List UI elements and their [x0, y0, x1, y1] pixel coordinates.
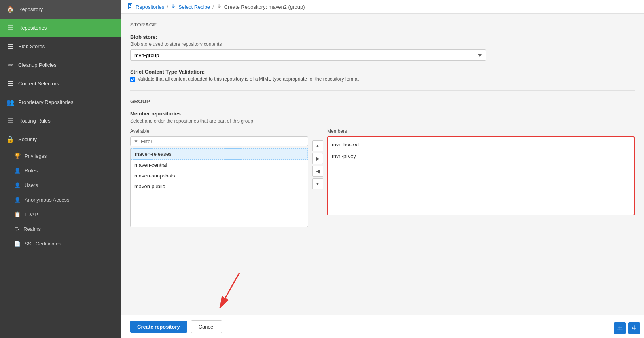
- anonymous-icon: 👤: [14, 197, 21, 203]
- main-content: Storage Blob store: Blob store used to s…: [121, 14, 644, 315]
- sidebar: 🏠 Repository ☰ Repositories ☰ Blob Store…: [0, 0, 121, 338]
- sidebar-item-label: Users: [25, 182, 38, 188]
- sidebar-item-blob-stores[interactable]: ☰ Blob Stores: [0, 37, 121, 56]
- ssl-icon: 📄: [14, 241, 21, 247]
- sidebar-item-repository[interactable]: 🏠 Repository: [0, 0, 121, 19]
- content-area: 🗄 Repositories / 🗄 Select Recipe / 🗄 Cre…: [121, 0, 644, 338]
- blob-store-field: Blob store: Blob store used to store rep…: [130, 34, 635, 61]
- corner-icons: 王 中: [614, 322, 640, 334]
- sidebar-item-ldap[interactable]: 📋 LDAP: [0, 207, 121, 222]
- available-item-maven-public[interactable]: maven-public: [131, 181, 308, 192]
- sidebar-item-label: Content Selectors: [18, 81, 59, 87]
- cancel-button[interactable]: Cancel: [191, 320, 222, 333]
- strict-content-checkbox[interactable]: [130, 77, 135, 82]
- available-item-maven-snapshots[interactable]: maven-snapshots: [131, 170, 308, 181]
- breadcrumb-repositories-link[interactable]: Repositories: [136, 4, 164, 10]
- sidebar-item-label: Repository: [18, 6, 43, 12]
- sidebar-item-label: Privileges: [25, 153, 47, 159]
- members-list: mvn-hosted mvn-proxy: [327, 136, 635, 215]
- sidebar-item-label: Realms: [23, 226, 41, 232]
- sidebar-item-label: Security: [18, 136, 37, 142]
- proprietary-icon: 👥: [6, 98, 14, 106]
- breadcrumb-db-icon: 🗄: [127, 3, 133, 10]
- sidebar-item-label: LDAP: [25, 211, 38, 217]
- available-item-maven-releases[interactable]: maven-releases: [131, 148, 308, 160]
- group-section-title: Group: [130, 98, 635, 104]
- repository-icon: 🏠: [6, 6, 14, 13]
- sidebar-item-realms[interactable]: 🛡 Realms: [0, 222, 121, 236]
- storage-section-title: Storage: [130, 22, 635, 28]
- sidebar-item-proprietary-repositories[interactable]: 👥 Proprietary Repositories: [0, 93, 121, 111]
- member-repos-label: Member repositories:: [130, 111, 635, 117]
- users-icon: 👤: [14, 182, 21, 188]
- members-header: Members: [327, 128, 635, 134]
- available-column: Available ▼ maven-releases maven-central…: [130, 128, 308, 227]
- filter-icon: ▼: [134, 139, 138, 144]
- sidebar-item-label: SSL Certificates: [25, 241, 61, 247]
- content-selectors-icon: ☰: [6, 80, 14, 87]
- sidebar-item-label: Repositories: [18, 25, 47, 31]
- sidebar-item-ssl-certificates[interactable]: 📄 SSL Certificates: [0, 236, 121, 251]
- member-item-mvn-hosted[interactable]: mvn-hosted: [328, 139, 634, 150]
- create-repository-button[interactable]: Create repository: [130, 321, 187, 333]
- realms-icon: 🛡: [14, 226, 19, 232]
- sidebar-item-label: Roles: [25, 168, 38, 174]
- available-header: Available: [130, 128, 308, 134]
- footer-bar: Create repository Cancel: [121, 315, 644, 338]
- sidebar-item-repositories[interactable]: ☰ Repositories: [0, 19, 121, 37]
- strict-content-label: Strict Content Type Validation:: [130, 69, 635, 75]
- breadcrumb-sep1: /: [167, 4, 168, 10]
- section-divider: [130, 90, 635, 91]
- sidebar-item-cleanup-policies[interactable]: ✏ Cleanup Policies: [0, 56, 121, 74]
- corner-icon-2[interactable]: 中: [628, 322, 640, 334]
- group-section: Group Member repositories: Select and or…: [130, 98, 635, 227]
- sidebar-item-label: Anonymous Access: [25, 197, 69, 203]
- strict-content-field: Strict Content Type Validation: Validate…: [130, 69, 635, 82]
- repositories-icon: ☰: [6, 24, 14, 32]
- breadcrumb: 🗄 Repositories / 🗄 Select Recipe / 🗄 Cre…: [121, 0, 644, 14]
- sidebar-item-content-selectors[interactable]: ☰ Content Selectors: [0, 74, 121, 93]
- breadcrumb-sep2: /: [212, 4, 214, 10]
- blob-store-select[interactable]: mvn-group default: [130, 49, 486, 61]
- move-down-button[interactable]: ▼: [312, 178, 323, 189]
- sidebar-item-label: Routing Rules: [18, 118, 51, 124]
- member-item-mvn-proxy[interactable]: mvn-proxy: [328, 150, 634, 162]
- breadcrumb-select-recipe-link[interactable]: Select Recipe: [178, 4, 210, 10]
- filter-input[interactable]: [141, 138, 305, 144]
- members-column: Members mvn-hosted mvn-proxy: [327, 128, 635, 215]
- available-item-maven-central[interactable]: maven-central: [131, 160, 308, 170]
- breadcrumb-db-icon2: 🗄: [170, 4, 176, 10]
- strict-content-row: Validate that all content uploaded to th…: [130, 76, 635, 82]
- member-repos-sublabel: Select and order the repositories that a…: [130, 118, 635, 124]
- security-icon: 🔒: [6, 136, 14, 143]
- sidebar-item-privileges[interactable]: 🏆 Privileges: [0, 149, 121, 163]
- sidebar-item-label: Blob Stores: [18, 43, 45, 49]
- breadcrumb-current: Create Repository: maven2 (group): [224, 4, 305, 10]
- routing-icon: ☰: [6, 117, 14, 125]
- ldap-icon: 📋: [14, 211, 21, 217]
- sidebar-item-label: Cleanup Policies: [18, 62, 57, 68]
- blob-store-label: Blob store:: [130, 34, 635, 40]
- blob-store-sublabel: Blob store used to store repository cont…: [130, 42, 635, 47]
- sidebar-item-users[interactable]: 👤 Users: [0, 178, 121, 193]
- arrow-buttons: ▲ ▶ ◀ ▼: [312, 128, 323, 189]
- cleanup-icon: ✏: [6, 61, 14, 69]
- sidebar-item-label: Proprietary Repositories: [18, 99, 73, 105]
- corner-icon-1[interactable]: 王: [614, 322, 626, 334]
- member-repos-layout: Available ▼ maven-releases maven-central…: [130, 128, 635, 227]
- sidebar-item-roles[interactable]: 👤 Roles: [0, 163, 121, 178]
- privileges-icon: 🏆: [14, 153, 21, 159]
- strict-content-description: Validate that all content uploaded to th…: [138, 76, 359, 82]
- move-up-button[interactable]: ▲: [312, 140, 323, 151]
- breadcrumb-db-icon3: 🗄: [216, 4, 222, 10]
- sidebar-item-security[interactable]: 🔒 Security: [0, 130, 121, 149]
- move-left-button[interactable]: ◀: [312, 166, 323, 177]
- blob-stores-icon: ☰: [6, 43, 14, 50]
- move-right-button[interactable]: ▶: [312, 153, 323, 164]
- sidebar-item-routing-rules[interactable]: ☰ Routing Rules: [0, 111, 121, 130]
- sidebar-item-anonymous-access[interactable]: 👤 Anonymous Access: [0, 193, 121, 207]
- filter-box: ▼: [130, 136, 308, 146]
- roles-icon: 👤: [14, 168, 21, 174]
- available-list: maven-releases maven-central maven-snaps…: [130, 148, 308, 227]
